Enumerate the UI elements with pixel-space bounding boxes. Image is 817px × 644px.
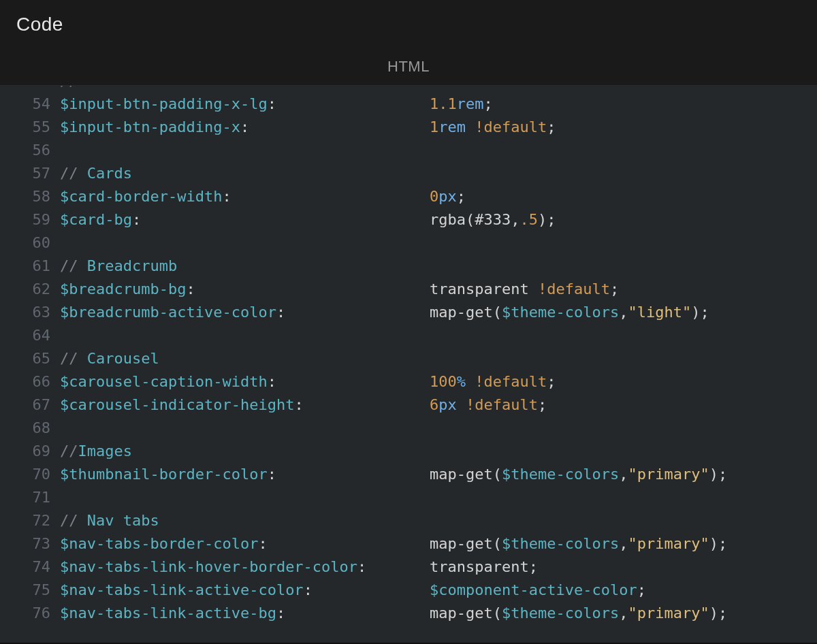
line-number: 73 (0, 532, 60, 556)
line-number: 61 (0, 255, 60, 278)
code-content[interactable]: $input-btn-padding-x: 1rem !default; (60, 116, 817, 139)
code-content[interactable]: // Breadcrumb (60, 255, 817, 278)
code-line[interactable]: 61// Breadcrumb (0, 255, 817, 278)
code-line[interactable]: 65// Carousel (0, 347, 817, 370)
line-number: 58 (0, 185, 60, 208)
tab-html[interactable]: HTML (387, 58, 430, 76)
line-number: 60 (0, 231, 60, 255)
line-number: 64 (0, 324, 60, 347)
code-content[interactable]: // Cards (60, 162, 817, 185)
line-number: 53 (0, 85, 60, 93)
line-number: 59 (0, 208, 60, 231)
code-content[interactable]: $carousel-caption-width: 100% !default; (60, 370, 817, 393)
line-number: 62 (0, 278, 60, 301)
line-number: 54 (0, 93, 60, 116)
code-line[interactable]: 57// Cards (0, 162, 817, 185)
code-content[interactable] (60, 231, 817, 255)
line-number: 57 (0, 162, 60, 185)
code-line[interactable]: 69//Images (0, 440, 817, 463)
code-line[interactable]: 59$card-bg: rgba(#333,.5); (0, 208, 817, 231)
code-content[interactable]: $breadcrumb-bg: transparent !default; (60, 278, 817, 301)
code-line[interactable]: 55$input-btn-padding-x: 1rem !default; (0, 116, 817, 139)
code-content[interactable]: $nav-tabs-link-hover-border-color: trans… (60, 556, 817, 579)
code-line[interactable]: 73$nav-tabs-border-color: map-get($theme… (0, 532, 817, 556)
line-number: 55 (0, 116, 60, 139)
panel-title: Code (16, 14, 801, 35)
code-content[interactable]: $thumbnail-border-color: map-get($theme-… (60, 463, 817, 486)
code-line[interactable]: 68 (0, 417, 817, 440)
code-line[interactable]: 76$nav-tabs-link-active-bg: map-get($the… (0, 602, 817, 625)
code-content[interactable]: //Images (60, 440, 817, 463)
code-line[interactable]: 67$carousel-indicator-height: 6px !defau… (0, 393, 817, 417)
code-content[interactable]: // Carousel (60, 347, 817, 370)
line-number: 70 (0, 463, 60, 486)
code-content[interactable]: $card-border-width: 0px; (60, 185, 817, 208)
code-content[interactable] (60, 486, 817, 509)
line-number: 67 (0, 393, 60, 417)
code-line[interactable]: 56 (0, 139, 817, 162)
tab-bar: HTML (0, 48, 817, 85)
code-line[interactable]: 64 (0, 324, 817, 347)
line-number: 71 (0, 486, 60, 509)
code-content[interactable]: $nav-tabs-border-color: map-get($theme-c… (60, 532, 817, 556)
line-number: 63 (0, 301, 60, 324)
code-content[interactable]: $breadcrumb-active-color: map-get($theme… (60, 301, 817, 324)
code-line[interactable]: 58$card-border-width: 0px; (0, 185, 817, 208)
panel-header: Code (0, 0, 817, 48)
line-number: 68 (0, 417, 60, 440)
code-content[interactable]: $input-btn-padding-x-lg: 1.1rem; (60, 93, 817, 116)
code-line[interactable]: 66$carousel-caption-width: 100% !default… (0, 370, 817, 393)
code-content[interactable] (60, 139, 817, 162)
code-line[interactable]: 75$nav-tabs-link-active-color: $componen… (0, 579, 817, 602)
line-number: 74 (0, 556, 60, 579)
code-content[interactable] (60, 324, 817, 347)
code-line[interactable]: 62$breadcrumb-bg: transparent !default; (0, 278, 817, 301)
code-line[interactable]: 54$input-btn-padding-x-lg: 1.1rem; (0, 93, 817, 116)
code-line[interactable]: 63$breadcrumb-active-color: map-get($the… (0, 301, 817, 324)
line-number: 72 (0, 509, 60, 532)
line-number: 65 (0, 347, 60, 370)
code-content[interactable]: $nav-tabs-link-active-color: $component-… (60, 579, 817, 602)
code-line[interactable]: 72// Nav tabs (0, 509, 817, 532)
line-number: 66 (0, 370, 60, 393)
code-content[interactable]: // Nav tabs (60, 509, 817, 532)
code-line[interactable]: 60 (0, 231, 817, 255)
line-number: 69 (0, 440, 60, 463)
code-content[interactable]: // Buttons (60, 85, 817, 93)
line-number: 76 (0, 602, 60, 625)
code-content[interactable]: $nav-tabs-link-active-bg: map-get($theme… (60, 602, 817, 625)
code-line[interactable]: 71 (0, 486, 817, 509)
code-line[interactable]: 74$nav-tabs-link-hover-border-color: tra… (0, 556, 817, 579)
code-line[interactable]: 70$thumbnail-border-color: map-get($them… (0, 463, 817, 486)
line-number: 75 (0, 579, 60, 602)
code-content[interactable]: $card-bg: rgba(#333,.5); (60, 208, 817, 231)
line-number: 56 (0, 139, 60, 162)
code-line[interactable]: 53// Buttons (0, 85, 817, 93)
code-content[interactable] (60, 417, 817, 440)
code-editor[interactable]: 53// Buttons54$input-btn-padding-x-lg: 1… (0, 85, 817, 644)
code-content[interactable]: $carousel-indicator-height: 6px !default… (60, 393, 817, 417)
